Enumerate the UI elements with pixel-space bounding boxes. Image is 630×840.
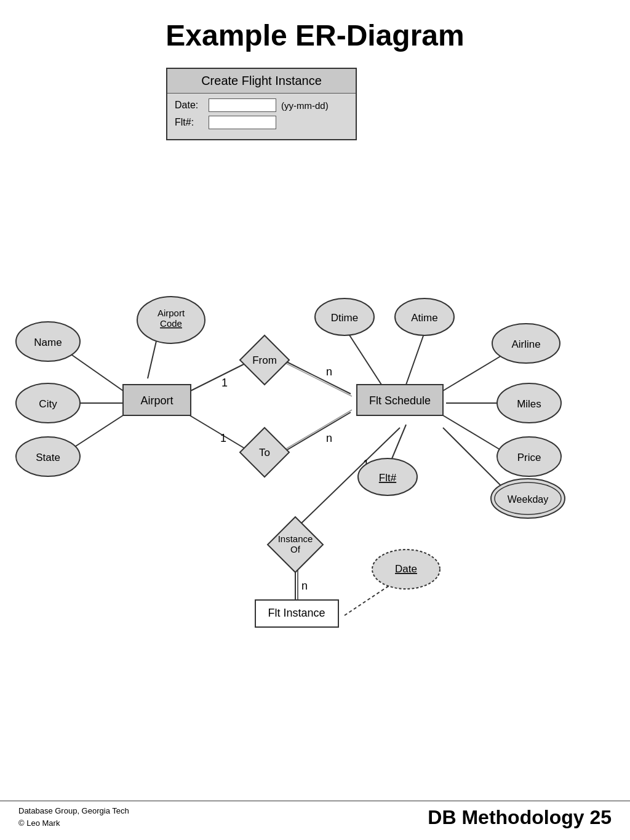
- footer-line1: Database Group, Georgia Tech: [18, 805, 129, 817]
- svg-line-18: [443, 415, 504, 452]
- date-input[interactable]: [209, 98, 276, 112]
- atime-label: Atime: [411, 312, 437, 324]
- svg-line-8: [283, 360, 351, 394]
- footer: Database Group, Georgia Tech © Leo Mark …: [0, 801, 630, 829]
- miles-label: Miles: [517, 398, 541, 410]
- city-label: City: [39, 398, 57, 410]
- create-flight-box: Create Flight Instance Date: (yy-mm-dd) …: [166, 68, 357, 140]
- date-row: Date: (yy-mm-dd): [175, 98, 348, 112]
- flt-schedule-label: Flt Schedule: [369, 394, 431, 407]
- instance-of-label2: Of: [290, 544, 301, 554]
- svg-line-11: [283, 412, 351, 452]
- svg-line-4: [185, 363, 246, 394]
- name-label: Name: [34, 337, 62, 348]
- airport-code-label2: Code: [160, 318, 182, 329]
- weekday-label: Weekday: [508, 494, 548, 505]
- footer-right-text: DB Methodology: [428, 806, 589, 828]
- svg-line-19: [391, 425, 406, 462]
- footer-page-number: 25: [589, 806, 612, 828]
- svg-line-3: [148, 338, 157, 378]
- airport-code-label: Airport: [158, 308, 185, 318]
- flt-num-label: Flt#: [379, 472, 397, 484]
- state-label: State: [36, 452, 60, 463]
- svg-text:n: n: [301, 580, 308, 592]
- svg-line-10: [284, 362, 352, 396]
- date-hint: (yy-mm-dd): [281, 100, 329, 111]
- svg-text:n: n: [326, 366, 332, 378]
- airline-label: Airline: [511, 338, 540, 350]
- to-label: To: [259, 447, 270, 458]
- flt-label: Flt#:: [175, 117, 209, 128]
- date-label: Date: [395, 563, 417, 575]
- price-label: Price: [517, 452, 541, 463]
- page-title: Example ER-Diagram: [0, 0, 630, 65]
- footer-left: Database Group, Georgia Tech © Leo Mark: [18, 801, 129, 829]
- from-label: From: [252, 354, 277, 366]
- svg-text:1: 1: [221, 377, 228, 389]
- date-label: Date:: [175, 100, 209, 111]
- er-diagram: 1 1 n n 1 n Airport Flt Schedule Flt Ins…: [0, 172, 630, 788]
- flt-instance-label: Flt Instance: [268, 607, 325, 619]
- dtime-label: Dtime: [331, 312, 358, 324]
- create-flight-title: Create Flight Instance: [167, 69, 356, 94]
- svg-line-16: [443, 354, 504, 391]
- svg-line-15: [406, 332, 425, 385]
- svg-line-20: [443, 428, 504, 489]
- instance-of-label: Instance: [278, 534, 313, 544]
- svg-line-13: [284, 410, 352, 450]
- footer-line2: © Leo Mark: [18, 817, 129, 830]
- footer-right: DB Methodology 25: [428, 804, 612, 829]
- flt-input[interactable]: [209, 116, 276, 129]
- airport-label: Airport: [140, 394, 173, 407]
- flt-row: Flt#:: [175, 116, 348, 129]
- svg-text:1: 1: [220, 432, 226, 444]
- svg-line-14: [348, 332, 381, 385]
- svg-text:n: n: [326, 432, 332, 444]
- svg-line-6: [185, 412, 246, 449]
